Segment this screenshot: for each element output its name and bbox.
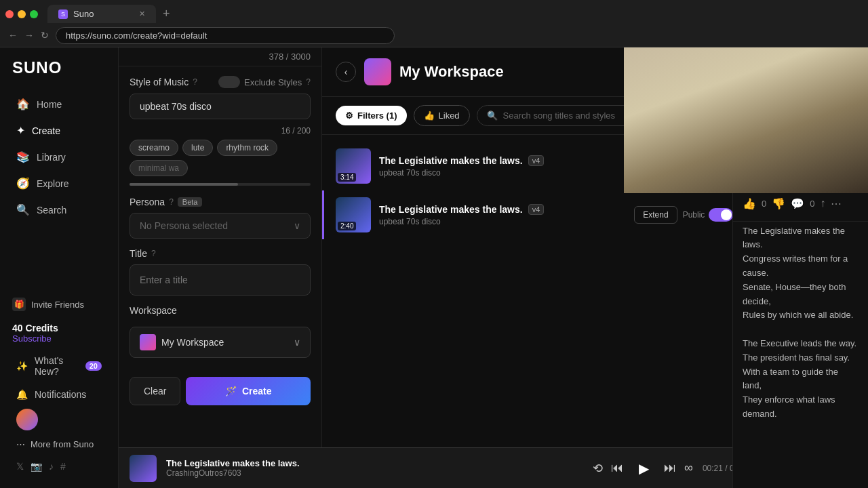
thumbs-up-icon: 👍 <box>424 110 435 121</box>
create-button[interactable]: 🪄 Create <box>186 377 311 405</box>
sidebar-item-label-create: Create <box>32 125 60 136</box>
persona-dropdown[interactable]: No Persona selected ∨ <box>130 213 311 239</box>
create-panel: 378 / 3000 Style of Music ? Exclude Styl… <box>119 47 322 488</box>
persona-value: No Persona selected <box>140 220 228 231</box>
persona-help-icon[interactable]: ? <box>169 197 174 207</box>
invite-friends-button[interactable]: 🎁 Invite Friends <box>4 291 114 317</box>
song-style-2: upbeat 70s disco <box>379 217 626 226</box>
maximize-dot[interactable] <box>30 10 38 18</box>
style-tag-screamo[interactable]: screamo <box>130 140 178 156</box>
sidebar-item-label-search: Search <box>37 205 66 216</box>
title-input[interactable] <box>130 264 311 296</box>
style-section-label: Style of Music ? Exclude Styles ? <box>119 66 321 94</box>
workspace-title: My Workspace <box>399 63 504 81</box>
twitter-icon[interactable]: 𝕏 <box>16 461 24 472</box>
workspace-dropdown[interactable]: My Workspace ∨ <box>130 327 311 358</box>
persona-section: Persona ? Beta No Persona selected ∨ <box>119 197 321 248</box>
persona-header: Persona ? Beta <box>130 197 311 213</box>
tag-scroll-thumb <box>130 183 238 186</box>
detail-share[interactable]: ↑ <box>820 197 825 209</box>
repeat-button[interactable]: ∞ <box>684 461 693 475</box>
extend-button-2[interactable]: Extend <box>634 206 677 224</box>
liked-button[interactable]: 👍 Liked <box>414 105 470 126</box>
active-tab[interactable]: S Suno ✕ <box>47 5 156 23</box>
tag-scroll-bar <box>130 183 311 186</box>
title-section: Title ? <box>119 248 321 305</box>
song-info-2: The Legislative makes the laws. v4 upbea… <box>379 204 626 226</box>
song-title-1: The Legislative makes the laws. <box>379 155 523 166</box>
url-input[interactable] <box>56 27 395 44</box>
tab-bar: S Suno ✕ + <box>0 0 868 24</box>
public-label-2: Public <box>683 210 705 220</box>
player-controls: ⟲ ⏮ ▶ ⏭ ∞ <box>593 456 693 481</box>
subscribe-button[interactable]: Subscribe <box>12 333 106 344</box>
style-label: Style of Music <box>130 77 189 87</box>
create-label: Create <box>242 386 272 396</box>
filter-button[interactable]: ⚙ Filters (1) <box>336 106 407 125</box>
detail-comment[interactable]: 💬 <box>791 197 804 210</box>
sidebar-item-create[interactable]: ✦ Create <box>4 118 114 143</box>
action-buttons: Clear 🪄 Create <box>119 367 321 415</box>
public-toggle-2: Public <box>683 208 734 222</box>
tiktok-icon[interactable]: ♪ <box>49 461 54 472</box>
workspace-name: My Workspace <box>161 337 224 348</box>
sidebar: SUNO 🏠 Home ✦ Create 📚 Library 🧭 Explore… <box>0 47 119 488</box>
sidebar-item-home[interactable]: 🏠 Home <box>4 92 114 117</box>
exclude-switch[interactable] <box>218 76 240 88</box>
workspace-chevron-icon: ∨ <box>294 337 300 348</box>
forward-button[interactable]: → <box>24 30 34 41</box>
more-from-suno-button[interactable]: ⋯ More from Suno <box>4 433 114 455</box>
user-avatar[interactable] <box>16 409 38 430</box>
sidebar-item-search[interactable]: 🔍 Search <box>4 197 114 222</box>
public-switch-2[interactable] <box>709 208 733 222</box>
refresh-button[interactable]: ↻ <box>41 30 49 41</box>
clear-button[interactable]: Clear <box>130 377 180 405</box>
sidebar-item-library[interactable]: 📚 Library <box>4 144 114 169</box>
title-help-icon[interactable]: ? <box>151 249 156 258</box>
minimize-dot[interactable] <box>18 10 26 18</box>
back-button[interactable]: ‹ <box>336 62 356 82</box>
loop-button[interactable]: ⟲ <box>593 461 603 476</box>
style-tag-rhythm-rock[interactable]: rhythm rock <box>217 140 277 156</box>
app-logo: SUNO <box>0 58 118 91</box>
lyrics-char-count: 378 / 3000 <box>119 47 321 66</box>
explore-icon: 🧭 <box>16 177 30 190</box>
workspace-icon <box>364 58 391 85</box>
back-button[interactable]: ← <box>8 30 18 41</box>
notifications-button[interactable]: 🔔 Notifications <box>4 383 114 406</box>
sidebar-item-explore[interactable]: 🧭 Explore <box>4 171 114 196</box>
detail-lyrics: The Legislative makes the laws. Congress… <box>733 224 868 422</box>
detail-comments-count: 0 <box>810 199 814 209</box>
style-tag-lute[interactable]: lute <box>182 140 213 156</box>
song-title-row-1: The Legislative makes the laws. v4 <box>379 155 626 166</box>
liked-label: Liked <box>439 110 460 121</box>
tab-close-button[interactable]: ✕ <box>139 9 145 18</box>
song-style-1: upbeat 70s disco <box>379 168 626 178</box>
detail-more[interactable]: ⋯ <box>831 197 842 210</box>
song-title-row-2: The Legislative makes the laws. v4 <box>379 204 626 215</box>
style-char-count: 16 / 200 <box>119 126 321 140</box>
instagram-icon[interactable]: 📷 <box>31 461 42 472</box>
new-tab-button[interactable]: + <box>160 7 173 21</box>
browser-chrome: S Suno ✕ + ← → ↻ <box>0 0 868 47</box>
search-icon-toolbar: 🔍 <box>487 110 498 121</box>
style-tag-minimal-wa[interactable]: minimal wa <box>130 160 188 176</box>
whats-new-button[interactable]: ✨ What's New? 20 <box>4 349 114 383</box>
music-style-input[interactable] <box>130 94 311 119</box>
play-pause-button[interactable]: ▶ <box>631 456 656 481</box>
discord-icon[interactable]: # <box>60 461 66 472</box>
whats-new-badge: 20 <box>85 361 102 371</box>
social-links: 𝕏 📷 ♪ # <box>4 455 114 477</box>
style-tags-container: screamo lute rhythm rock minimal wa <box>119 140 321 183</box>
song-info-1: The Legislative makes the laws. v4 upbea… <box>379 155 626 178</box>
song-title-2: The Legislative makes the laws. <box>379 204 523 215</box>
prev-button[interactable]: ⏮ <box>611 461 623 475</box>
tab-title: Suno <box>73 9 94 19</box>
detail-thumbs-up[interactable]: 👍 <box>743 197 756 210</box>
detail-thumbs-down[interactable]: 👎 <box>772 197 785 210</box>
next-button[interactable]: ⏭ <box>664 461 676 475</box>
close-dot[interactable] <box>5 10 14 18</box>
style-help-icon[interactable]: ? <box>193 77 197 87</box>
create-icon: ✦ <box>16 124 25 137</box>
exclude-help-icon[interactable]: ? <box>306 77 311 87</box>
